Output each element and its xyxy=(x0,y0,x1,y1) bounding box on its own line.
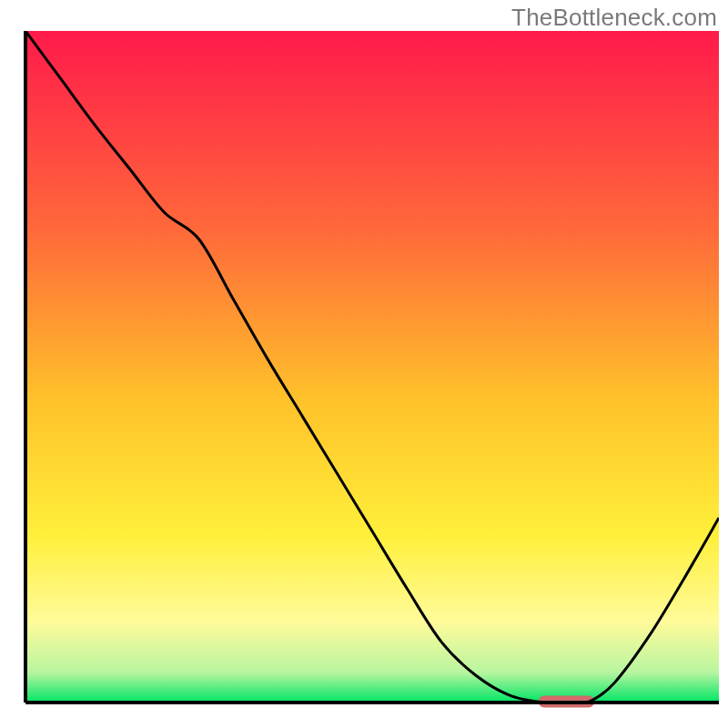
chart-canvas xyxy=(0,0,728,728)
gradient-background xyxy=(25,31,719,703)
watermark-text: TheBottleneck.com xyxy=(511,4,717,32)
bottleneck-chart: TheBottleneck.com xyxy=(0,0,728,728)
plot-area xyxy=(25,31,719,708)
